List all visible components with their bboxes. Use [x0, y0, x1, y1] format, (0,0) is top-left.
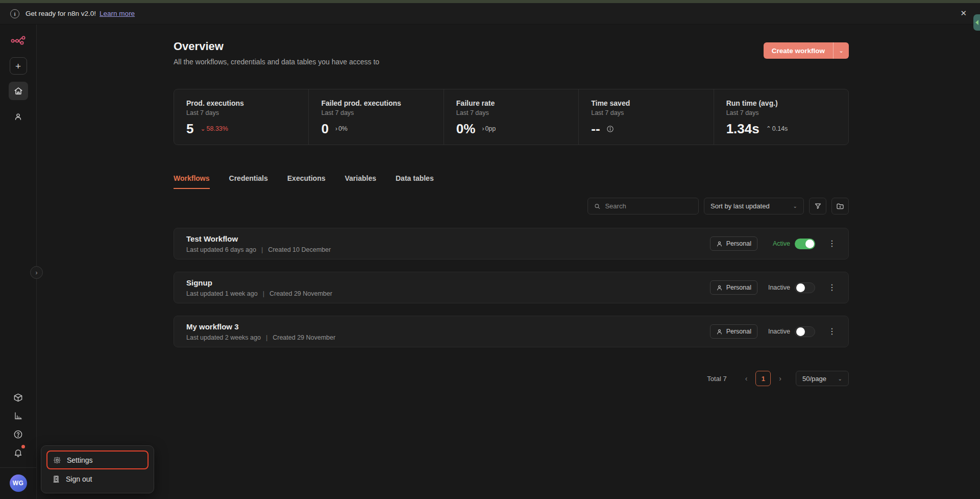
filter-icon [814, 202, 822, 210]
page-header-text: Overview All the workflows, credentials … [174, 40, 379, 66]
bar-chart-icon [14, 411, 23, 420]
active-toggle[interactable] [795, 282, 815, 293]
sidebar-item-notifications[interactable] [9, 444, 28, 461]
workflow-meta: Last updated 6 days ago|Created 10 Decem… [186, 246, 710, 253]
workflow-meta: Last updated 1 week ago|Created 29 Novem… [186, 290, 710, 297]
menu-item-sign-out[interactable]: Sign out [46, 469, 149, 488]
sort-label: Sort by last updated [710, 202, 770, 210]
add-workflow-button[interactable]: + [10, 57, 27, 75]
sidebar-item-home[interactable] [9, 82, 28, 100]
stat-value: 5 [186, 122, 193, 135]
learn-more-link[interactable]: Learn more [100, 10, 135, 17]
workflow-meta: Last updated 2 weeks ago|Created 29 Nove… [186, 334, 710, 341]
tab-variables[interactable]: Variables [345, 174, 376, 189]
active-toggle[interactable] [795, 239, 815, 249]
stat-delta: ›0% [335, 125, 348, 132]
trend-flat-icon: › [335, 125, 337, 132]
settings-label: Settings [67, 456, 93, 464]
sort-dropdown[interactable]: Sort by last updated ⌄ [704, 198, 804, 215]
create-workflow-label[interactable]: Create workflow [764, 42, 833, 59]
trend-down-icon: ⌄ [200, 125, 205, 132]
sidebar-item-templates[interactable] [9, 389, 28, 406]
sidebar: + [0, 25, 37, 499]
tab-credentials[interactable]: Credentials [229, 174, 268, 189]
chevron-down-icon[interactable]: ⌄ [834, 42, 849, 59]
search-input[interactable] [605, 202, 692, 210]
prev-page-button[interactable]: ‹ [740, 374, 753, 383]
side-panel-tab[interactable] [973, 14, 980, 31]
workflow-row-my-workflow-3[interactable]: My workflow 3 Last updated 2 weeks ago|C… [174, 316, 849, 347]
tab-bar: Workflows Credentials Executions Variabl… [174, 174, 849, 189]
stat-delta: ›0pp [482, 125, 496, 132]
stat-delta: ⌃0.14s [766, 125, 788, 132]
close-icon[interactable]: ✕ [960, 9, 967, 17]
stat-time-saved: Time saved Last 7 days -- [579, 89, 714, 145]
stat-delta: ⌄58.33% [200, 125, 228, 132]
sign-out-label: Sign out [66, 475, 92, 483]
page-subtitle: All the workflows, credentials and data … [174, 58, 379, 66]
stat-title: Run time (avg.) [726, 99, 836, 107]
package-icon [13, 393, 23, 402]
stat-value: 0% [456, 122, 476, 135]
stat-value: 0 [321, 122, 328, 135]
workflow-name[interactable]: My workflow 3 [186, 322, 710, 331]
page-number[interactable]: 1 [755, 371, 771, 386]
owner-badge: Personal [710, 236, 757, 251]
toggle-knob [796, 327, 805, 336]
trend-flat-icon: › [482, 125, 484, 132]
filter-button[interactable] [809, 198, 826, 215]
active-toggle[interactable] [795, 326, 815, 337]
stat-title: Failure rate [456, 99, 566, 107]
help-icon [13, 430, 23, 439]
tab-executions[interactable]: Executions [287, 174, 326, 189]
stat-period: Last 7 days [591, 109, 701, 116]
search-icon [594, 203, 600, 210]
next-page-button[interactable]: › [774, 374, 787, 383]
stat-failure-rate: Failure rate Last 7 days 0% ›0pp [444, 89, 579, 145]
info-icon[interactable] [606, 125, 614, 133]
announcement-banner: i Get ready for n8n v2.0! Learn more ✕ [0, 3, 980, 25]
toggle-knob [805, 240, 814, 248]
sidebar-divider [0, 467, 36, 468]
sidebar-expand-button[interactable]: › [30, 266, 43, 279]
tab-workflows[interactable]: Workflows [174, 174, 210, 189]
stats-bar: Prod. executions Last 7 days 5 ⌄58.33% F… [174, 89, 849, 145]
user-menu-popup: Settings Sign out [41, 445, 154, 493]
row-menu-button[interactable]: ⋮ [828, 240, 836, 248]
stat-period: Last 7 days [726, 109, 836, 116]
page-size-dropdown[interactable]: 50/page ⌄ [796, 371, 849, 386]
folders-button[interactable] [831, 198, 849, 215]
main-area: Overview All the workflows, credentials … [37, 25, 980, 499]
n8n-logo-icon[interactable] [11, 36, 26, 45]
list-toolbar: Sort by last updated ⌄ [174, 198, 849, 215]
avatar[interactable]: WG [10, 474, 27, 492]
tab-data-tables[interactable]: Data tables [396, 174, 434, 189]
gear-icon [53, 456, 61, 464]
owner-badge: Personal [710, 280, 757, 295]
user-icon [716, 241, 723, 247]
stat-title: Prod. executions [186, 99, 296, 107]
workflow-name[interactable]: Test Workflow [186, 234, 710, 243]
bell-icon [13, 448, 23, 458]
pagination: Total 7 ‹ 1 › 50/page ⌄ [174, 371, 849, 386]
info-icon: i [10, 9, 19, 18]
workflow-name[interactable]: Signup [186, 278, 710, 287]
search-box[interactable] [587, 198, 699, 215]
status-label: Active [766, 240, 790, 247]
stat-period: Last 7 days [186, 109, 296, 116]
row-menu-button[interactable]: ⋮ [828, 327, 836, 336]
workflow-row-test-workflow[interactable]: Test Workflow Last updated 6 days ago|Cr… [174, 228, 849, 259]
sidebar-item-users[interactable] [9, 107, 28, 126]
workflow-row-signup[interactable]: Signup Last updated 1 week ago|Created 2… [174, 272, 849, 303]
stat-failed-prod-executions: Failed prod. executions Last 7 days 0 ›0… [309, 89, 444, 145]
create-workflow-button[interactable]: Create workflow ⌄ [764, 42, 849, 59]
sidebar-item-insights[interactable] [9, 407, 28, 424]
stat-period: Last 7 days [321, 109, 431, 116]
page-size-label: 50/page [802, 375, 826, 383]
stat-value: 1.34s [726, 122, 760, 135]
row-menu-button[interactable]: ⋮ [828, 283, 836, 292]
notification-dot [21, 445, 25, 448]
menu-item-settings[interactable]: Settings [46, 450, 149, 469]
sidebar-item-help[interactable] [9, 425, 28, 443]
stat-value: -- [591, 122, 600, 135]
